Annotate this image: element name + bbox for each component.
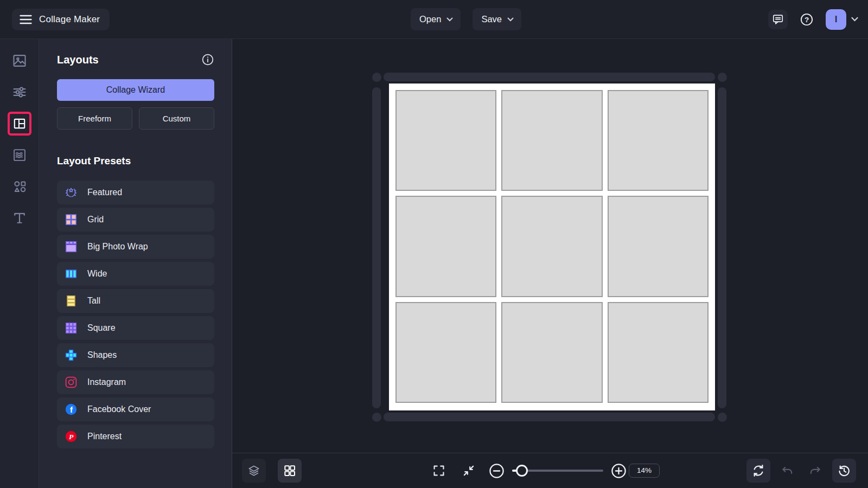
bottom-toolbar: 14% (232, 453, 868, 488)
zoom-out-icon[interactable] (489, 463, 505, 479)
sidebar-item-image-manager[interactable] (8, 49, 31, 73)
app-title: Collage Maker (39, 14, 100, 25)
history-button[interactable] (832, 459, 856, 483)
preset-label: Shapes (87, 350, 117, 360)
zoom-level-field[interactable]: 14% (629, 464, 660, 478)
save-button[interactable]: Save (473, 8, 521, 30)
text-icon (12, 210, 27, 226)
collage-cell[interactable] (395, 302, 496, 403)
collage-cell[interactable] (501, 90, 602, 191)
fullscreen-icon (432, 464, 446, 478)
collage-canvas (389, 84, 715, 410)
shapes-group-icon (12, 179, 27, 194)
help-icon: ? (799, 12, 814, 27)
preset-featured[interactable]: Featured (57, 181, 214, 204)
sidebar-item-edit[interactable] (8, 80, 31, 104)
wide-icon (64, 267, 78, 281)
file-actions: Open Save (411, 8, 521, 30)
collage-maker-app: Collage Maker Open Save (0, 0, 868, 488)
preset-pinterest[interactable]: P Pinterest (57, 425, 214, 448)
collage-grid (395, 90, 709, 403)
fullscreen-button[interactable] (427, 459, 451, 483)
refresh-button[interactable] (746, 459, 770, 483)
canvas-handle-bottom[interactable] (384, 413, 715, 421)
canvas-handle-bottom-left[interactable] (372, 413, 381, 422)
chevron-down-icon (446, 17, 453, 22)
history-icon (837, 464, 851, 478)
layout-icon (12, 117, 27, 131)
preset-label: Tall (87, 296, 100, 306)
layouts-panel: Layouts Collage Wizard Freeform Custom L… (39, 39, 232, 488)
collage-cell[interactable] (608, 196, 709, 297)
sidebar-item-background[interactable] (8, 143, 31, 167)
texture-icon (12, 147, 27, 163)
redo-icon (808, 464, 822, 478)
canvas-handle-top-right[interactable] (718, 73, 727, 82)
info-icon[interactable] (201, 53, 214, 66)
custom-button[interactable]: Custom (139, 107, 214, 130)
help-button[interactable]: ? (799, 11, 815, 28)
preset-tall[interactable]: Tall (57, 289, 214, 313)
redo-button[interactable] (803, 459, 827, 483)
svg-text:P: P (69, 433, 74, 441)
zoom-slider-knob[interactable] (516, 465, 528, 477)
canvas-handle-bottom-right[interactable] (718, 413, 727, 422)
collage-cell[interactable] (395, 196, 496, 297)
preset-instagram[interactable]: Instagram (57, 370, 214, 394)
preset-label: Instagram (87, 377, 126, 387)
collage-wizard-button[interactable]: Collage Wizard (57, 79, 214, 101)
preset-shapes[interactable]: Shapes (57, 343, 214, 367)
tool-rail (0, 39, 39, 488)
svg-text:?: ? (805, 15, 809, 23)
square-icon (64, 321, 78, 335)
preset-label: Square (87, 323, 116, 333)
preset-big-photo-wrap[interactable]: Big Photo Wrap (57, 235, 214, 259)
layers-button[interactable] (242, 459, 266, 483)
account-menu[interactable]: I (826, 9, 858, 30)
preset-label: Featured (87, 188, 122, 197)
collage-cell[interactable] (501, 302, 602, 403)
preset-grid[interactable]: Grid (57, 208, 214, 232)
shapes-icon (64, 348, 78, 362)
refresh-icon (751, 464, 765, 478)
chevron-down-icon (851, 17, 858, 22)
feedback-icon (771, 13, 784, 26)
canvas-handle-top[interactable] (384, 73, 715, 81)
sidebar-item-layouts[interactable] (8, 112, 31, 136)
thumbnails-button[interactable] (278, 459, 302, 483)
canvas-handle-left[interactable] (372, 87, 381, 408)
presets-title: Layout Presets (57, 155, 214, 167)
fit-screen-icon (462, 464, 476, 478)
preset-label: Pinterest (87, 432, 122, 441)
preset-square[interactable]: Square (57, 316, 214, 340)
layout-presets-list: Featured Grid Big Photo Wrap Wide Tall S… (57, 181, 214, 448)
canvas-handle-top-left[interactable] (372, 73, 381, 82)
undo-button[interactable] (775, 459, 799, 483)
main-area: Layouts Collage Wizard Freeform Custom L… (0, 39, 868, 488)
canvas-handle-right[interactable] (718, 87, 726, 408)
collage-cell[interactable] (501, 196, 602, 297)
image-icon (12, 53, 27, 68)
panel-title: Layouts (57, 54, 99, 66)
freeform-button[interactable]: Freeform (57, 107, 132, 130)
sidebar-item-text[interactable] (8, 206, 31, 230)
featured-icon (64, 185, 78, 200)
topbar: Collage Maker Open Save (0, 0, 868, 39)
main-menu-button[interactable]: Collage Maker (12, 9, 110, 30)
instagram-icon (64, 375, 78, 389)
collage-cell[interactable] (608, 302, 709, 403)
zoom-in-icon[interactable] (611, 463, 627, 479)
fit-screen-button[interactable] (457, 459, 481, 483)
open-button[interactable]: Open (411, 8, 461, 30)
preset-wide[interactable]: Wide (57, 262, 214, 286)
sidebar-item-graphics[interactable] (8, 175, 31, 198)
pinterest-icon: P (64, 429, 78, 444)
big-photo-wrap-icon (64, 240, 78, 254)
chevron-down-icon (507, 17, 514, 22)
preset-facebook[interactable]: f Facebook Cover (57, 397, 214, 421)
collage-cell[interactable] (608, 90, 709, 191)
preset-label: Grid (87, 215, 104, 224)
feedback-button[interactable] (768, 10, 788, 29)
avatar: I (826, 9, 846, 30)
collage-cell[interactable] (395, 90, 496, 191)
